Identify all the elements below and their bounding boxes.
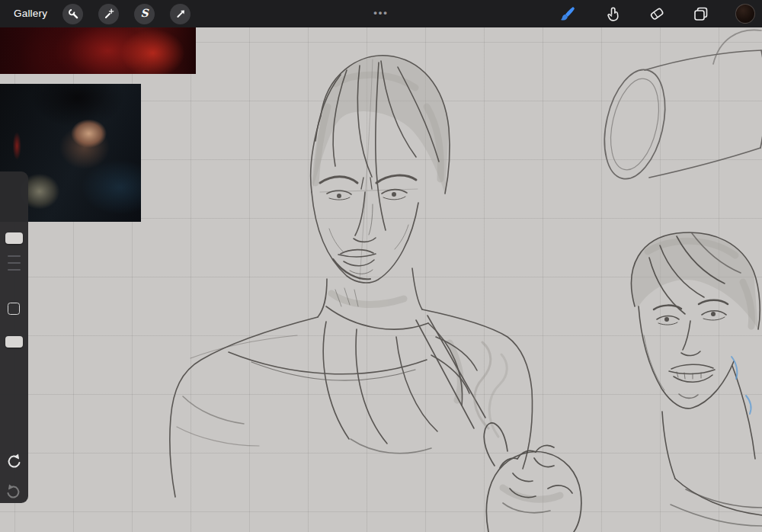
modify-button[interactable] — [8, 303, 20, 315]
reference-image-red-artwork — [0, 27, 196, 74]
gallery-button[interactable]: Gallery — [14, 0, 47, 27]
slider-ridge — [8, 255, 21, 257]
multitasking-handle[interactable]: ••• — [373, 0, 389, 27]
procreate-window: Gallery S — [0, 0, 762, 532]
layers-button[interactable] — [692, 5, 710, 23]
undo-button[interactable] — [5, 452, 23, 470]
magic-wand-icon — [102, 7, 116, 21]
redo-button[interactable] — [5, 482, 23, 501]
smudge-finger-icon — [604, 5, 623, 23]
eraser-icon — [648, 5, 666, 23]
selection-button[interactable]: S — [134, 4, 155, 24]
paintbrush-icon — [559, 5, 577, 23]
selection-s-icon: S — [140, 8, 148, 18]
top-toolbar: Gallery S — [0, 0, 762, 27]
paint-tool-button[interactable] — [559, 5, 577, 23]
layers-icon — [692, 5, 710, 23]
color-swatch-button[interactable] — [735, 4, 755, 24]
transform-button[interactable] — [170, 4, 190, 24]
actions-button[interactable] — [62, 4, 83, 24]
smudge-tool-button[interactable] — [604, 5, 623, 23]
erase-tool-button[interactable] — [648, 5, 666, 23]
brush-size-slider[interactable] — [5, 232, 23, 244]
left-tool-group: S — [62, 4, 190, 24]
slider-ridge — [8, 269, 21, 271]
transform-arrow-icon — [174, 7, 187, 21]
wrench-icon — [66, 7, 80, 21]
opacity-slider[interactable] — [5, 336, 23, 348]
adjustments-button[interactable] — [98, 4, 119, 24]
drawing-canvas[interactable] — [0, 0, 762, 532]
brush-sidebar — [0, 171, 28, 503]
slider-ridge — [8, 262, 21, 264]
